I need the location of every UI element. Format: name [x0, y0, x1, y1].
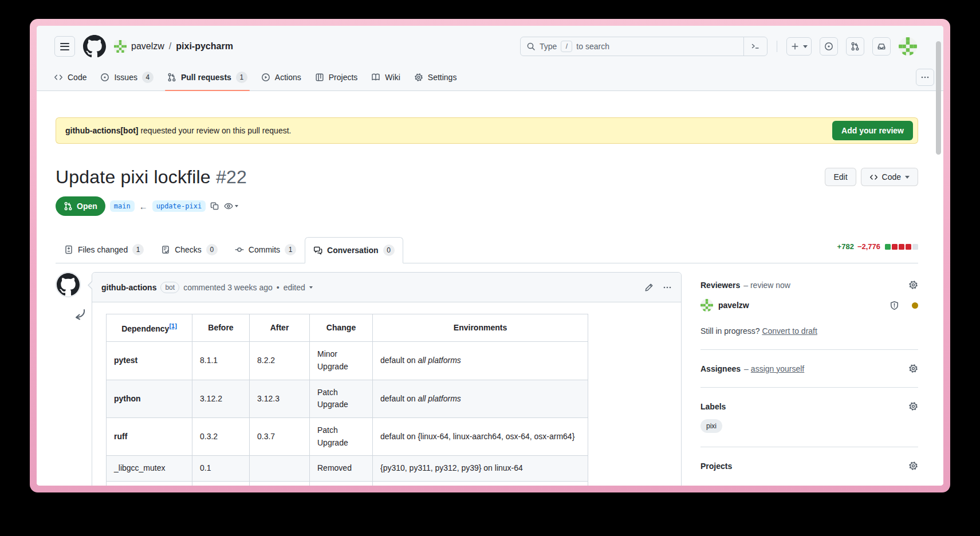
reviewer-name[interactable]: pavelzw [718, 301, 749, 310]
watch-menu-button[interactable] [224, 202, 238, 211]
hamburger-menu-button[interactable] [54, 36, 75, 57]
repo-nav: CodeIssues4Pull requests1ActionsProjects… [37, 64, 943, 91]
table-cell: 3.12.3 [250, 380, 310, 417]
curved-arrow-icon [72, 308, 86, 322]
table-cell-environments: {py310, py311, py312, py39} on linux-64 [373, 456, 588, 482]
table-cell: _libgcc_mutex [107, 456, 192, 482]
edit-comment-icon[interactable] [644, 283, 654, 292]
nav-item-projects[interactable]: Projects [309, 64, 364, 90]
tab-count-badge: 0 [383, 245, 395, 256]
comment-meta-separator: • [277, 283, 280, 292]
tab-label: Checks [175, 245, 202, 254]
label-pill-pixi[interactable]: pixi [700, 419, 722, 433]
tab-conversation[interactable]: Conversation0 [305, 237, 403, 263]
table-cell: ruff [107, 418, 192, 456]
gear-icon[interactable] [908, 401, 918, 411]
comment-edited-label[interactable]: edited [284, 283, 305, 292]
nav-item-code[interactable]: Code [48, 64, 92, 90]
inbox-icon [877, 42, 886, 51]
footnote-link[interactable]: [1] [169, 322, 176, 329]
issues-dashboard-button[interactable] [820, 37, 838, 56]
commit-icon [235, 245, 244, 254]
reviewer-row[interactable]: pavelzw [700, 299, 918, 312]
checklist-icon [161, 245, 170, 254]
caret-down-icon[interactable] [309, 286, 313, 289]
tab-count-badge: 0 [206, 244, 218, 255]
gear-icon[interactable] [908, 280, 918, 290]
table-cell: 0.3.7 [250, 418, 310, 456]
pull-request-icon [64, 202, 73, 211]
review-now-link[interactable]: – review now [743, 281, 790, 290]
book-icon [371, 73, 380, 82]
nav-item-issues[interactable]: Issues4 [95, 64, 159, 90]
pr-sidebar: Reviewers – review now pavelzw [700, 272, 918, 484]
scrollbar-thumb[interactable] [936, 41, 941, 155]
diffstat-blocks [885, 244, 918, 250]
table-cell: Minor Upgrade [310, 342, 373, 380]
comment-body: Dependency[1]BeforeAfterChangeEnvironmen… [92, 302, 681, 486]
command-palette-icon[interactable] [743, 37, 767, 56]
browser-window: pavelzw / pixi-pycharm Type / to search [30, 19, 950, 492]
nav-item-label: Issues [114, 73, 137, 82]
site-header: pavelzw / pixi-pycharm Type / to search [37, 26, 943, 64]
breadcrumb-owner[interactable]: pavelzw [131, 41, 164, 52]
bot-badge: bot [160, 282, 179, 293]
nav-item-label: Pull requests [181, 73, 231, 82]
review-request-banner: github-actions[bot] requested your revie… [56, 117, 918, 144]
pull-requests-dashboard-button[interactable] [846, 37, 864, 56]
project-icon [315, 73, 324, 82]
comment-author[interactable]: github-actions [101, 283, 156, 292]
diffstat-block-deleted [899, 244, 904, 250]
tab-files-changed[interactable]: Files changed1 [56, 237, 152, 263]
code-icon [869, 173, 878, 182]
assign-yourself-link[interactable]: assign yourself [751, 364, 804, 373]
comment-meta: commented 3 weeks ago [183, 283, 273, 292]
labels-title: Labels [700, 402, 726, 411]
tab-count-badge: 1 [285, 244, 296, 255]
nav-item-wiki[interactable]: Wiki [365, 64, 406, 90]
table-row: pytest8.1.18.2.2Minor Upgradedefault on … [107, 342, 588, 380]
head-branch-label[interactable]: update-pixi [152, 200, 206, 212]
comment-menu-icon[interactable] [663, 283, 672, 292]
breadcrumb-repo[interactable]: pixi-pycharm [176, 41, 233, 52]
github-page: pavelzw / pixi-pycharm Type / to search [37, 26, 943, 486]
convert-to-draft-link[interactable]: Convert to draft [762, 326, 817, 336]
nav-overflow-button[interactable] [916, 69, 934, 86]
inbox-button[interactable] [872, 37, 891, 56]
edit-button[interactable]: Edit [825, 168, 856, 186]
gear-icon[interactable] [908, 461, 918, 471]
owner-avatar[interactable] [114, 40, 127, 53]
base-branch-label[interactable]: main [110, 200, 135, 212]
user-avatar[interactable] [899, 37, 917, 56]
tab-commits[interactable]: Commits1 [226, 237, 305, 263]
copy-icon [210, 202, 219, 211]
copy-branch-button[interactable] [210, 202, 219, 211]
create-new-button[interactable] [786, 37, 812, 56]
filediff-icon [64, 245, 73, 254]
search-input[interactable]: Type / to search [520, 37, 768, 56]
table-row: _libgcc_mutex0.1Removed{py310, py311, py… [107, 456, 588, 482]
nav-item-actions[interactable]: Actions [255, 64, 307, 90]
pr-tabs: Files changed1Checks0Commits1Conversatio… [56, 237, 918, 263]
projects-section: Projects [700, 447, 918, 484]
code-dropdown-button[interactable]: Code [861, 168, 918, 186]
pr-state-badge: Open [56, 196, 105, 216]
table-header-dependency: Dependency[1] [107, 314, 192, 342]
code-button-label: Code [882, 172, 901, 182]
nav-item-pull-requests[interactable]: Pull requests1 [162, 64, 253, 90]
table-row: python3.12.23.12.3Patch Upgradedefault o… [107, 380, 588, 417]
comment-author-avatar[interactable] [56, 272, 81, 297]
diffstat-additions: +782 [837, 242, 854, 251]
tab-label: Conversation [327, 246, 378, 255]
nav-item-label: Settings [428, 73, 457, 82]
tab-checks[interactable]: Checks0 [152, 237, 226, 263]
pending-review-dot-icon [912, 302, 918, 309]
gear-icon[interactable] [908, 364, 918, 373]
shield-icon[interactable] [890, 301, 899, 310]
label-list: pixi [700, 411, 918, 433]
table-cell: 0.3.2 [192, 418, 250, 456]
add-review-button[interactable]: Add your review [832, 121, 913, 140]
github-logo-icon[interactable] [83, 35, 106, 58]
search-placeholder-suffix: to search [576, 42, 609, 51]
nav-item-settings[interactable]: Settings [408, 64, 463, 90]
